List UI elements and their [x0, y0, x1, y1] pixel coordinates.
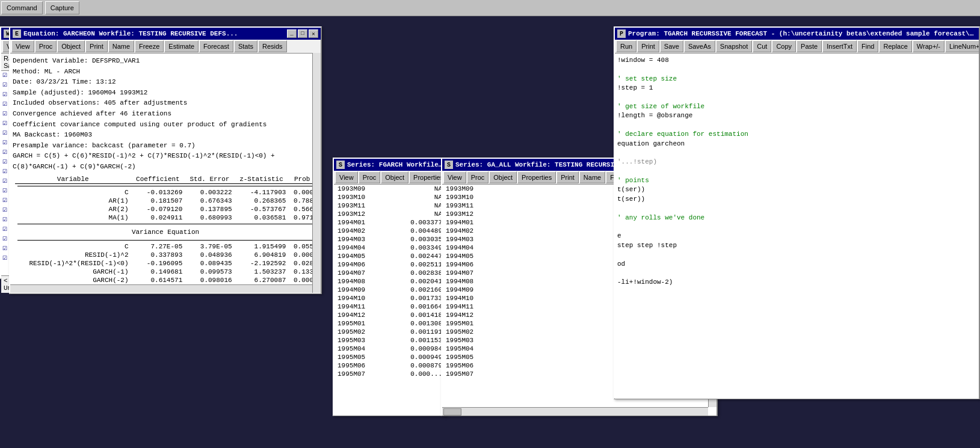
fgarch-title-text: Series: FGARCH Workfile: TE...: [347, 161, 443, 168]
date-cell: 1995M07: [442, 370, 484, 378]
var-z: 1.915499: [235, 242, 289, 251]
value-cell: 0.002838: [376, 269, 446, 277]
prog-find-btn[interactable]: Find: [857, 40, 878, 52]
table-row: [15, 183, 316, 188]
program-code[interactable]: !window = 408 ' set step size !step = 1 …: [615, 54, 979, 399]
table-row: 1993M12NA: [334, 210, 446, 218]
vertical-scrollbar[interactable]: [312, 53, 321, 293]
var-name: C: [15, 188, 131, 197]
code-line: ' points: [617, 176, 976, 185]
maximize-button[interactable]: □: [298, 29, 307, 38]
eq-forecast-btn[interactable]: Forecast: [199, 40, 233, 52]
value-cell: 0.001308: [376, 319, 446, 328]
prog-linenum-btn[interactable]: LineNum+/-: [945, 40, 979, 52]
ga-print-btn[interactable]: Print: [556, 171, 579, 183]
table-row: 1995M030.001153: [334, 336, 446, 345]
var-se: 0.680993: [185, 213, 234, 222]
gaall-hscroll[interactable]: [442, 407, 708, 416]
code-line: -li+!window-2): [617, 278, 976, 287]
table-row: RESID(-1)^2 0.337893 0.048936 6.904819 0…: [15, 251, 316, 259]
series-fgarch-window: S Series: FGARCH Workfile: TE... View Pr…: [333, 158, 447, 416]
eq-estimate-btn[interactable]: Estimate: [164, 40, 199, 52]
date-cell: 1994M09: [442, 286, 484, 294]
prog-paste-btn[interactable]: Paste: [797, 40, 822, 52]
date-cell: 1993M12: [334, 210, 376, 218]
capture-button[interactable]: Capture: [45, 1, 79, 14]
ga-proc-btn[interactable]: Proc: [467, 171, 489, 183]
cov-line: Coefficient covariance computed using ou…: [13, 120, 318, 130]
prog-print-btn[interactable]: Print: [637, 40, 659, 52]
table-row: [15, 238, 316, 242]
ga-view-btn[interactable]: View: [443, 171, 466, 183]
command-button[interactable]: Command: [1, 1, 43, 14]
var-se: 3.79E-05: [185, 242, 234, 251]
date-cell: 1994M06: [334, 260, 376, 269]
close-button[interactable]: ✕: [309, 29, 318, 38]
eq-print-btn[interactable]: Print: [85, 40, 108, 52]
program-title-text: Program: TGARCH RECURSSIVE FORECAST - (h…: [628, 30, 976, 37]
date-cell: 1993M12: [442, 210, 484, 218]
date-cell: 1995M06: [442, 361, 484, 370]
date-cell: 1994M02: [442, 227, 484, 235]
hscroll-thumb[interactable]: [443, 408, 461, 416]
eq-object-btn[interactable]: Object: [57, 40, 85, 52]
fg-object-btn[interactable]: Object: [381, 171, 408, 183]
table-row: GARCH(-1) 0.149681 0.099573 1.503237 0.1…: [15, 268, 316, 276]
prog-snapshot-btn[interactable]: Snapshot: [716, 40, 752, 52]
date-cell: 1993M09: [442, 185, 484, 193]
prog-save-btn[interactable]: Save: [660, 40, 683, 52]
code-line: ' declare equation for estimation: [617, 130, 976, 139]
table-row: 1994M030.003035: [334, 235, 446, 244]
table-row: 1994M090.002160: [334, 286, 446, 294]
value-cell: 0.001191: [376, 328, 446, 336]
code-line: [617, 65, 976, 74]
title-bar: Command Capture: [0, 0, 980, 16]
minimize-button[interactable]: _: [287, 29, 297, 38]
prog-wrap-btn[interactable]: Wrap+/-: [913, 40, 945, 52]
code-line: [617, 204, 976, 213]
code-line: t(ser)): [617, 185, 976, 194]
code-line: [617, 167, 976, 176]
value-cell: NA: [376, 210, 446, 218]
var-name: AR(2): [15, 205, 131, 213]
ga-object-btn[interactable]: Object: [489, 171, 517, 183]
code-line: equation garcheon: [617, 140, 976, 149]
gaall-icon: S: [445, 161, 453, 169]
date-cell: 1995M03: [442, 336, 484, 345]
prog-copy-btn[interactable]: Copy: [772, 40, 796, 52]
value-cell: NA: [376, 193, 446, 201]
eq-view-btn[interactable]: View: [11, 40, 34, 52]
eq-stats-btn[interactable]: Stats: [234, 40, 257, 52]
date-cell: 1994M01: [334, 218, 376, 227]
ga-props-btn[interactable]: Properties: [517, 171, 556, 183]
value-cell: 0.003035: [376, 235, 446, 244]
prog-cut-btn[interactable]: Cut: [753, 40, 771, 52]
eq-resids-btn[interactable]: Resids: [258, 40, 287, 52]
table-row: AR(2) -0.079120 0.137895 -0.573767 0.566: [15, 205, 316, 213]
equation-title-bar: E Equation: GARCHEON Workfile: TESTING R…: [10, 28, 321, 40]
prog-saveas-btn[interactable]: SaveAs: [684, 40, 715, 52]
eq-name-btn[interactable]: Name: [108, 40, 134, 52]
code-line: ' any rolls we've done: [617, 213, 976, 222]
var-z: -4.117903: [235, 188, 289, 197]
eq-proc-btn[interactable]: Proc: [35, 40, 57, 52]
fgarch-toolbar: View Proc Object Properties P: [334, 171, 446, 185]
ga-name-btn[interactable]: Name: [579, 171, 605, 183]
horizontal-scrollbar[interactable]: [10, 284, 312, 293]
fg-proc-btn[interactable]: Proc: [359, 171, 381, 183]
code-line: ' get size of workfile: [617, 102, 976, 111]
value-cell: 0.002160: [376, 286, 446, 294]
col-stderr: Std. Error: [185, 175, 234, 184]
table-row: 1995M010.001308: [334, 319, 446, 328]
value-cell: 0.000949: [376, 353, 446, 361]
garch-eq-line2: C(8)*GARCH(-1) + C(9)*GARCH(-2): [13, 162, 318, 173]
fg-view-btn[interactable]: View: [335, 171, 358, 183]
prog-inserttxt-btn[interactable]: InsertTxt: [822, 40, 857, 52]
prog-replace-btn[interactable]: Replace: [879, 40, 911, 52]
code-line: !step = 1: [617, 84, 976, 93]
code-line: t(ser)): [617, 195, 976, 204]
prog-run-btn[interactable]: Run: [616, 40, 636, 52]
var-se: 0.098016: [185, 276, 234, 284]
eq-freeze-btn[interactable]: Freeze: [135, 40, 164, 52]
var-coef: 7.27E-05: [131, 242, 185, 251]
